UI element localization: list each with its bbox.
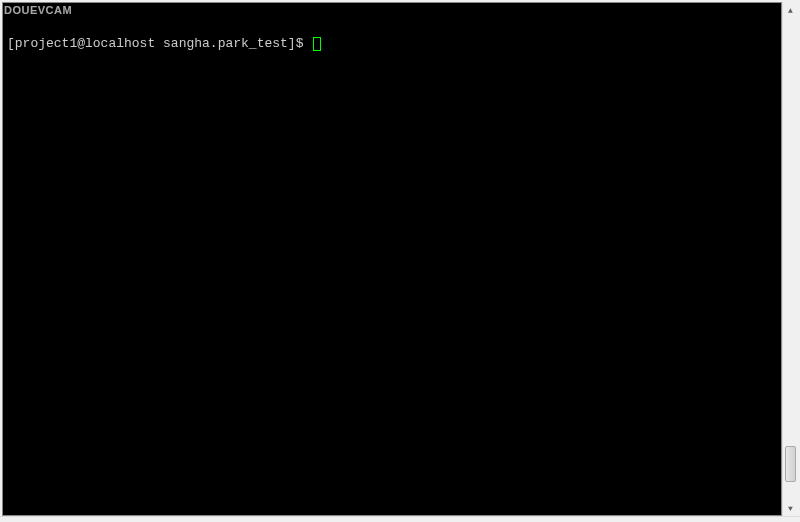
terminal-output: [project1@localhost sangha.park_test]$ — [3, 3, 781, 85]
prompt-line: [project1@localhost sangha.park_test]$ — [7, 36, 777, 52]
scroll-down-button[interactable]: ▼ — [783, 500, 798, 516]
scrollbar-thumb[interactable] — [785, 446, 796, 482]
vertical-scrollbar[interactable]: ▲ ▼ — [782, 2, 798, 516]
terminal-window[interactable]: [project1@localhost sangha.park_test]$ — [2, 2, 782, 516]
bottom-border — [0, 516, 800, 522]
scroll-up-button[interactable]: ▲ — [783, 2, 798, 18]
shell-prompt: [project1@localhost sangha.park_test]$ — [7, 36, 311, 52]
cursor-icon — [313, 37, 321, 51]
scrollbar-track[interactable] — [783, 18, 798, 500]
